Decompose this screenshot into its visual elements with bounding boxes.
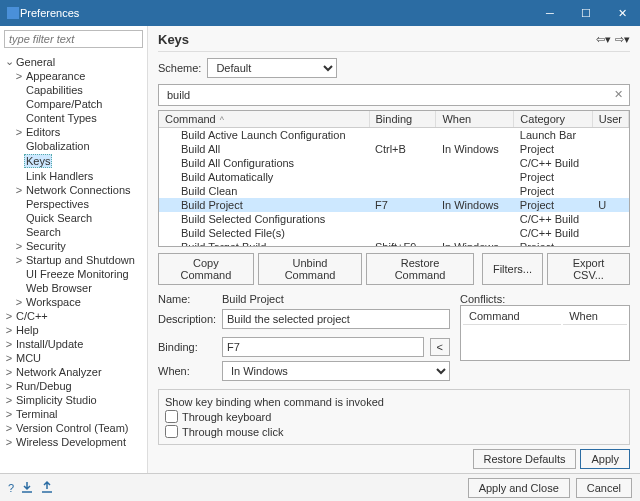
table-row[interactable]: Build Selected ConfigurationsC/C++ Build — [159, 212, 629, 226]
import-icon[interactable] — [20, 480, 34, 496]
conflicts-table[interactable]: CommandWhen — [460, 305, 630, 361]
name-label: Name: — [158, 293, 216, 305]
table-row[interactable]: Build All ConfigurationsC/C++ Build — [159, 156, 629, 170]
unbind-command-button[interactable]: Unbind Command — [258, 253, 362, 285]
conflicts-label: Conflicts: — [460, 293, 630, 305]
tree-item[interactable]: Capabilities — [0, 83, 147, 97]
tree-item[interactable]: Quick Search — [0, 211, 147, 225]
scheme-select[interactable]: Default — [207, 58, 337, 78]
table-row[interactable]: Build AutomaticallyProject — [159, 170, 629, 184]
tree-item[interactable]: >Network Connections — [0, 183, 147, 197]
restore-command-button[interactable]: Restore Command — [366, 253, 474, 285]
description-input[interactable] — [222, 309, 450, 329]
filter-input[interactable] — [4, 30, 143, 48]
tree-item[interactable]: >Startup and Shutdown — [0, 253, 147, 267]
cancel-button[interactable]: Cancel — [576, 478, 632, 498]
apply-button[interactable]: Apply — [580, 449, 630, 469]
tree-item[interactable]: >Wireless Development — [0, 435, 147, 449]
titlebar: Preferences ─ ☐ ✕ — [0, 0, 640, 26]
window-title: Preferences — [20, 7, 532, 19]
maximize-button[interactable]: ☐ — [568, 0, 604, 26]
show-binding-label: Show key binding when command is invoked — [165, 396, 623, 408]
tree-item[interactable]: >MCU — [0, 351, 147, 365]
table-row[interactable]: Build ProjectF7In WindowsProjectU — [159, 198, 629, 212]
tree-item[interactable]: >Help — [0, 323, 147, 337]
tree-item[interactable]: Perspectives — [0, 197, 147, 211]
tree-item[interactable]: Web Browser — [0, 281, 147, 295]
tree-item[interactable]: Keys — [0, 153, 147, 169]
help-icon[interactable]: ? — [8, 482, 14, 494]
filters-button[interactable]: Filters... — [482, 253, 543, 285]
tree-item[interactable]: Link Handlers — [0, 169, 147, 183]
when-select[interactable]: In Windows — [222, 361, 450, 381]
search-input[interactable] — [163, 88, 612, 102]
back-icon[interactable]: ⇦▾ — [596, 33, 611, 46]
tree-item[interactable]: >Security — [0, 239, 147, 253]
tree-item[interactable]: >Network Analyzer — [0, 365, 147, 379]
col-when[interactable]: When — [436, 111, 514, 128]
apply-close-button[interactable]: Apply and Close — [468, 478, 570, 498]
svg-rect-0 — [7, 7, 19, 19]
tree-item[interactable]: >Appearance — [0, 69, 147, 83]
tree-item[interactable]: >Install/Update — [0, 337, 147, 351]
through-keyboard-checkbox[interactable] — [165, 410, 178, 423]
col-binding[interactable]: Binding — [369, 111, 436, 128]
col-command[interactable]: Command^ — [159, 111, 369, 128]
scheme-label: Scheme: — [158, 62, 201, 74]
tree-item[interactable]: Compare/Patch — [0, 97, 147, 111]
page-nav: ⇦▾ ⇨▾ — [596, 33, 630, 46]
app-icon — [6, 6, 20, 20]
tree-item[interactable]: Search — [0, 225, 147, 239]
binding-clear-button[interactable]: < — [430, 338, 450, 356]
name-value: Build Project — [222, 293, 284, 305]
tree-item[interactable]: >Version Control (Team) — [0, 421, 147, 435]
nav-tree[interactable]: ⌄General>AppearanceCapabilitiesCompare/P… — [0, 52, 147, 473]
tree-item[interactable]: UI Freeze Monitoring — [0, 267, 147, 281]
tree-item[interactable]: >Workspace — [0, 295, 147, 309]
binding-input[interactable] — [222, 337, 424, 357]
export-csv-button[interactable]: Export CSV... — [547, 253, 630, 285]
table-row[interactable]: Build Active Launch ConfigurationLaunch … — [159, 128, 629, 143]
tree-item[interactable]: >Terminal — [0, 407, 147, 421]
col-category[interactable]: Category — [514, 111, 592, 128]
tree-item[interactable]: Globalization — [0, 139, 147, 153]
export-icon[interactable] — [40, 480, 54, 496]
sidebar: ⌄General>AppearanceCapabilitiesCompare/P… — [0, 26, 148, 473]
tree-item[interactable]: >Simplicity Studio — [0, 393, 147, 407]
page-title: Keys — [158, 32, 596, 47]
forward-icon[interactable]: ⇨▾ — [615, 33, 630, 46]
tree-item[interactable]: Content Types — [0, 111, 147, 125]
close-button[interactable]: ✕ — [604, 0, 640, 26]
minimize-button[interactable]: ─ — [532, 0, 568, 26]
when-label: When: — [158, 365, 216, 377]
col-user[interactable]: User — [592, 111, 628, 128]
tree-item[interactable]: >Editors — [0, 125, 147, 139]
table-row[interactable]: Build AllCtrl+BIn WindowsProject — [159, 142, 629, 156]
desc-label: Description: — [158, 313, 216, 325]
through-mouse-checkbox[interactable] — [165, 425, 178, 438]
search-box[interactable]: ✕ — [158, 84, 630, 106]
tree-item[interactable]: ⌄General — [0, 54, 147, 69]
bindings-table[interactable]: Command^ Binding When Category User Buil… — [158, 110, 630, 247]
table-row[interactable]: Build CleanProject — [159, 184, 629, 198]
tree-item[interactable]: >Run/Debug — [0, 379, 147, 393]
table-row[interactable]: Build Selected File(s)C/C++ Build — [159, 226, 629, 240]
tree-item[interactable]: >C/C++ — [0, 309, 147, 323]
table-row[interactable]: Build Target BuildShift+F9In WindowsProj… — [159, 240, 629, 247]
show-binding-group: Show key binding when command is invoked… — [158, 389, 630, 445]
copy-command-button[interactable]: Copy Command — [158, 253, 254, 285]
restore-defaults-button[interactable]: Restore Defaults — [473, 449, 577, 469]
clear-icon[interactable]: ✕ — [612, 88, 625, 102]
binding-label: Binding: — [158, 341, 216, 353]
